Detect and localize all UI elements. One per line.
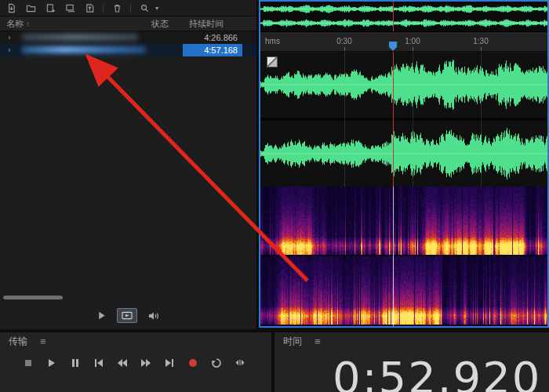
search-dropdown-caret-icon[interactable]: ▾ [155, 5, 158, 12]
import-folder-icon[interactable] [24, 2, 37, 13]
playhead-handle[interactable] [389, 42, 398, 51]
import-file-icon[interactable] [5, 2, 17, 13]
file-duration-selected: 4:57.168 [183, 44, 242, 56]
transport-buttons [0, 350, 271, 370]
skip-selection-button[interactable] [231, 356, 249, 370]
audio-editor-window: ▾ 名称↑ 状态 持续时间 › 4:26.866 › 4:57.168 [0, 0, 549, 392]
time-gridline [413, 52, 413, 187]
batch-process-icon[interactable] [64, 2, 76, 13]
files-list: › 4:26.866 › 4:57.168 [0, 31, 256, 56]
column-name-label: 名称 [6, 19, 24, 28]
editor-corner-widget-icon[interactable] [267, 56, 278, 67]
time-header: 时间 ≡ [274, 332, 549, 350]
rewind-button[interactable] [114, 356, 131, 370]
time-gridline [344, 52, 345, 187]
preview-play-button[interactable] [96, 310, 107, 321]
time-display: 0:52.920 [333, 356, 541, 392]
expand-chevron-icon[interactable]: › [8, 32, 11, 42]
fast-forward-button[interactable] [137, 356, 155, 370]
spectrogram-left-channel-canvas [260, 187, 547, 255]
transport-panel: 传输 ≡ [0, 332, 271, 392]
files-preview-controls [0, 308, 256, 323]
toolbar-separator [130, 4, 131, 13]
overview-strip[interactable] [260, 2, 547, 32]
stop-button[interactable] [20, 356, 37, 370]
auto-play-speaker-button[interactable] [147, 310, 160, 321]
panel-menu-icon[interactable]: ≡ [314, 336, 321, 347]
file-duration: 4:26.866 [204, 33, 238, 42]
search-icon[interactable] [138, 2, 151, 13]
time-gridline [481, 52, 482, 187]
pause-button[interactable] [67, 356, 84, 370]
transport-title: 传输 [9, 335, 27, 348]
panel-menu-icon[interactable]: ≡ [40, 336, 46, 347]
column-header-duration[interactable]: 持续时间 [189, 18, 224, 30]
overview-waveform-canvas [260, 2, 547, 31]
spectrogram-display[interactable] [260, 187, 547, 326]
time-title: 时间 [283, 335, 302, 348]
export-icon[interactable] [83, 2, 96, 13]
expand-chevron-icon[interactable]: › [8, 45, 11, 54]
ruler-tick-mark [344, 47, 345, 51]
spectrogram-right-channel-canvas [260, 256, 547, 325]
time-panel: 时间 ≡ 0:52.920 [274, 332, 549, 392]
file-row-selected[interactable]: › 4:57.168 [0, 44, 256, 56]
ruler-tick-mark [413, 47, 413, 51]
delete-icon[interactable] [111, 2, 123, 13]
ruler-tick-mark [481, 47, 482, 51]
waveform-left-channel-canvas [260, 52, 547, 118]
toolbar-separator [103, 4, 104, 13]
column-header-status[interactable]: 状态 [151, 18, 169, 30]
file-name-redacted [22, 46, 146, 53]
playhead-line [393, 52, 394, 187]
column-header-name[interactable]: 名称↑ [6, 18, 30, 30]
go-to-end-button[interactable] [161, 356, 178, 370]
waveform-right-channel-canvas [260, 121, 547, 187]
sort-ascending-icon: ↑ [26, 20, 30, 28]
ruler-tick-label: 1:00 [405, 37, 420, 45]
loop-playback-button[interactable] [208, 356, 225, 370]
timeline-ruler[interactable]: hms 0:30 1:00 1:30 [260, 32, 547, 52]
record-button[interactable] [184, 356, 202, 370]
files-panel: ▾ 名称↑ 状态 持续时间 › 4:26.866 › 4:57.168 [0, 0, 256, 329]
play-button[interactable] [43, 356, 60, 370]
spectrogram-playhead-line [393, 187, 394, 326]
waveform-display[interactable] [260, 52, 547, 187]
file-name-redacted [22, 34, 138, 41]
ruler-tick-label: 0:30 [336, 37, 351, 45]
files-column-headers: 名称↑ 状态 持续时间 [0, 16, 256, 31]
go-to-start-button[interactable] [90, 356, 107, 370]
files-toolbar: ▾ [0, 0, 256, 16]
horizontal-scrollbar-thumb[interactable] [3, 296, 63, 299]
transport-header: 传输 ≡ [0, 332, 271, 350]
overview-playhead-line [393, 2, 394, 31]
loop-playback-button[interactable] [117, 308, 137, 323]
new-item-icon[interactable] [44, 2, 56, 13]
waveform-editor-panel: hms 0:30 1:00 1:30 [259, 0, 549, 328]
ruler-tick-label: 1:30 [473, 37, 488, 45]
ruler-unit-label: hms [265, 37, 280, 45]
file-row[interactable]: › 4:26.866 [0, 31, 256, 44]
